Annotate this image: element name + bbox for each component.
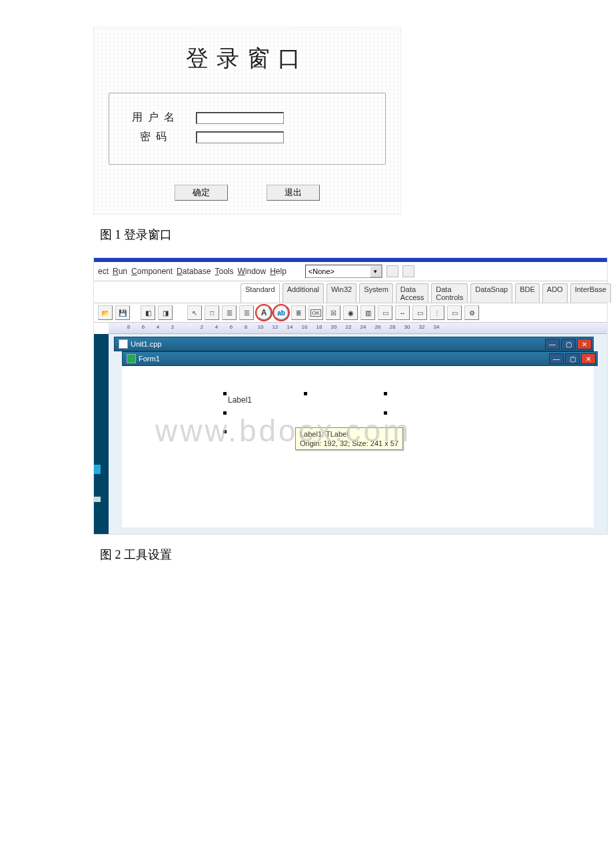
- groupbox-icon[interactable]: ▭: [412, 305, 427, 320]
- chevron-down-icon[interactable]: ▾: [370, 265, 382, 277]
- panel-icon[interactable]: ▭: [447, 305, 462, 320]
- tab-win32[interactable]: Win32: [326, 283, 356, 303]
- new-form-icon[interactable]: [402, 265, 414, 277]
- menu-component[interactable]: Component: [131, 267, 173, 276]
- align-right-icon[interactable]: ◨: [158, 305, 173, 320]
- exit-button[interactable]: 退出: [267, 185, 320, 201]
- menu-bar: ect Run Component Database Tools Window …: [94, 262, 607, 281]
- tab-data-access[interactable]: Data Access: [396, 283, 428, 303]
- popupmenu-icon[interactable]: ☰: [239, 305, 254, 320]
- pointer-icon[interactable]: ↖: [187, 305, 202, 320]
- button-ok-icon[interactable]: OK: [308, 305, 323, 320]
- form-design-surface[interactable]: Label1 Label1: TLabel Origin: 192, 32; S…: [122, 366, 594, 527]
- login-window-mock: 登录窗口 用户名 密码 确定 退出: [93, 27, 401, 215]
- tab-datasnap[interactable]: DataSnap: [470, 283, 512, 303]
- ide-work-area: Unit1.cpp — ▢ ✕ Form1 — ▢ ✕: [94, 334, 607, 534]
- left-dock-strip: [94, 334, 109, 534]
- dock-marker-icon: [94, 465, 101, 474]
- tab-system[interactable]: System: [359, 283, 393, 303]
- menu-tools[interactable]: Tools: [215, 267, 233, 276]
- toggle-form-icon[interactable]: [386, 265, 398, 277]
- figure2-caption: 图 2 工具设置: [100, 547, 613, 563]
- scrollbar-icon[interactable]: ↔: [395, 305, 410, 320]
- form-title-label: Form1: [139, 355, 160, 363]
- tab-data-controls[interactable]: Data Controls: [431, 283, 468, 303]
- radiobutton-icon[interactable]: ◉: [343, 305, 358, 320]
- tab-standard[interactable]: Standard: [241, 283, 280, 303]
- tab-bde[interactable]: BDE: [515, 283, 540, 303]
- combobox-icon[interactable]: ▭: [378, 305, 392, 320]
- tooltip-line1: Label1: TLabel: [300, 429, 398, 439]
- label-caption: Label1: [228, 395, 252, 405]
- unit-tab-bar[interactable]: Unit1.cpp — ▢ ✕: [114, 337, 594, 351]
- label-component-icon[interactable]: A: [257, 305, 271, 320]
- resize-handle-w[interactable]: [223, 411, 227, 415]
- form-icon: [127, 354, 136, 363]
- maximize-icon[interactable]: ▢: [561, 339, 576, 349]
- tab-ado[interactable]: ADO: [542, 283, 568, 303]
- password-label: 密码: [116, 130, 196, 144]
- menu-help[interactable]: Help: [270, 267, 287, 276]
- resize-handle-e[interactable]: [384, 411, 387, 415]
- tooltip-line2: Origin: 192, 32; Size: 241 x 57: [300, 439, 398, 448]
- username-label: 用户名: [116, 111, 196, 125]
- figure1-caption: 图 1 登录窗口: [100, 227, 613, 243]
- menu-window[interactable]: Window: [237, 267, 266, 276]
- close-icon[interactable]: ✕: [577, 339, 592, 349]
- password-input[interactable]: [196, 131, 284, 143]
- component-toolbar: 📂 💾 ◧ ◨ ↖ □ ☰ ☰ A ab ≣ OK ☒ ◉ ▥ ▭ ↔ ▭ ⋮ …: [94, 303, 607, 323]
- label-component[interactable]: Label1: [225, 394, 385, 431]
- menu-run[interactable]: Run: [113, 267, 127, 276]
- menu-database[interactable]: Database: [177, 267, 211, 276]
- minimize-icon[interactable]: —: [545, 339, 560, 349]
- tab-interbase[interactable]: InterBase: [570, 283, 611, 303]
- horizontal-ruler: 8 6 4 2 2 4 6 8 10 12 14 16 18 20 22 24 …: [109, 323, 607, 334]
- menu-ect[interactable]: ect: [98, 267, 109, 276]
- file-icon: [119, 339, 128, 349]
- form-title-bar[interactable]: Form1 — ▢ ✕: [122, 351, 598, 366]
- ide-screenshot: ect Run Component Database Tools Window …: [93, 257, 608, 535]
- mainmenu-icon[interactable]: ☰: [222, 305, 237, 320]
- tab-additional[interactable]: Additional: [283, 283, 324, 303]
- dock-marker2-icon: [94, 497, 101, 502]
- edit-component-icon[interactable]: ab: [274, 305, 289, 320]
- memo-icon[interactable]: ≣: [291, 305, 306, 320]
- save-icon[interactable]: 💾: [115, 305, 130, 320]
- form-maximize-icon[interactable]: ▢: [565, 353, 580, 364]
- listbox-icon[interactable]: ▥: [360, 305, 375, 320]
- form-close-icon[interactable]: ✕: [581, 353, 596, 364]
- actionlist-icon[interactable]: ⚙: [464, 305, 479, 320]
- align-left-icon[interactable]: ◧: [141, 305, 155, 320]
- unit-tab-label: Unit1.cpp: [131, 340, 161, 348]
- resize-handle-nw[interactable]: [223, 392, 227, 395]
- resize-handle-n[interactable]: [304, 392, 307, 395]
- resize-handle-ne[interactable]: [384, 392, 387, 395]
- resize-handle-sw[interactable]: [223, 430, 227, 433]
- object-selector-combo[interactable]: <None> ▾: [305, 265, 382, 278]
- login-fieldset: 用户名 密码: [109, 93, 386, 165]
- username-input[interactable]: [196, 112, 284, 124]
- frame-icon[interactable]: □: [205, 305, 219, 320]
- radiogroup-icon[interactable]: ⋮: [430, 305, 444, 320]
- ok-button[interactable]: 确定: [175, 185, 228, 201]
- combo-value: <None>: [308, 267, 334, 275]
- component-palette-tabs: Standard Additional Win32 System Data Ac…: [94, 281, 607, 303]
- login-title: 登录窗口: [101, 43, 394, 74]
- form-minimize-icon[interactable]: —: [549, 353, 564, 364]
- component-tooltip: Label1: TLabel Origin: 192, 32; Size: 24…: [295, 427, 403, 450]
- checkbox-icon[interactable]: ☒: [326, 305, 340, 320]
- open-icon[interactable]: 📂: [98, 305, 113, 320]
